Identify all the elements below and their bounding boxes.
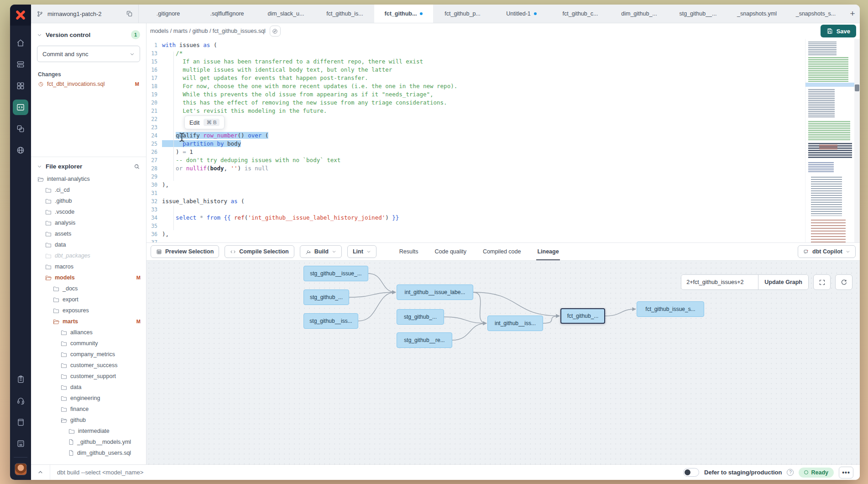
search-icon[interactable] <box>134 163 140 170</box>
tab-dim-github[interactable]: dim_github_... <box>610 5 669 23</box>
build-button[interactable]: Build <box>300 245 342 258</box>
tab-gitignore[interactable]: .gitignore <box>139 5 198 23</box>
result-tab-code-quality[interactable]: Code quality <box>435 243 467 260</box>
code-ide-icon[interactable] <box>13 100 28 115</box>
card-icon[interactable] <box>13 436 28 452</box>
tab-untitled-1[interactable]: Untitled-1 <box>492 5 551 23</box>
editor-scrollbar[interactable] <box>854 39 860 242</box>
book-icon[interactable] <box>13 415 28 430</box>
lineage-node-stg-github-re[interactable]: stg_github__re... <box>397 332 452 348</box>
grid-icon[interactable] <box>13 78 28 94</box>
tree-item-macros[interactable]: macros <box>31 261 146 272</box>
stack-icon[interactable] <box>13 57 28 72</box>
result-tab-results[interactable]: Results <box>399 243 418 260</box>
status-badge[interactable]: Ready <box>799 468 834 478</box>
lineage-node-fct-github-issue-s[interactable]: fct_github_issue_s... <box>637 301 704 317</box>
dbt-copilot-button[interactable]: dbt Copilot <box>798 245 856 258</box>
fullscreen-button[interactable] <box>813 274 831 290</box>
tab-fct-github-is[interactable]: fct_github_is... <box>315 5 374 23</box>
tab-stg-github[interactable]: stg_github__... <box>669 5 727 23</box>
tree-item-customer-support[interactable]: customer_support <box>31 371 146 382</box>
new-tab-button[interactable]: + <box>845 5 860 23</box>
tree-item-intermediate[interactable]: intermediate <box>31 426 146 437</box>
tree-item-dim-github-users-sql[interactable]: dim_github_users.sql <box>31 447 146 458</box>
branch-selector[interactable]: mirnawong1-patch-2 <box>31 5 139 23</box>
left-panel: Version control 1 Commit and sync Change… <box>31 23 146 464</box>
tree-item-analysis[interactable]: analysis <box>31 217 146 228</box>
copy-branch-icon[interactable] <box>126 11 133 17</box>
tree-item-data[interactable]: data <box>31 382 146 393</box>
tab-sqlfluffignore[interactable]: .sqlfluffignore <box>198 5 256 23</box>
save-button-label: Save <box>837 28 850 35</box>
edit-tooltip[interactable]: Edit ⌘ B <box>184 116 225 129</box>
result-tab-lineage[interactable]: Lineage <box>537 243 559 260</box>
tree-item-community[interactable]: community <box>31 338 146 349</box>
version-control-header[interactable]: Version control 1 <box>31 23 146 44</box>
globe-icon[interactable] <box>13 142 28 158</box>
tree-item-docs[interactable]: _docs <box>31 283 146 294</box>
tree-item-data[interactable]: data <box>31 239 146 250</box>
tree-item-ci-cd[interactable]: .ci_cd <box>31 184 146 195</box>
tab-bar: mirnawong1-patch-2 .gitignore.sqlfluffig… <box>31 5 860 23</box>
result-tab-compiled-code[interactable]: Compiled code <box>483 243 521 260</box>
help-icon[interactable]: ? <box>787 469 794 476</box>
lineage-node-int-github-issue-labe[interactable]: int_github__issue_labe... <box>397 284 473 300</box>
headset-icon[interactable] <box>13 393 28 409</box>
tree-item-dbt-packages[interactable]: dbt_packages <box>31 250 146 261</box>
lint-button[interactable]: Lint <box>347 245 376 258</box>
code-editor[interactable]: 1with issues as (13 /*15 If an issue has… <box>146 39 860 242</box>
tree-item-finance[interactable]: finance <box>31 404 146 415</box>
commit-and-sync-button[interactable]: Commit and sync <box>37 46 140 62</box>
tree-item-customer-success[interactable]: customer_success <box>31 360 146 371</box>
lineage-node-stg-github-iss[interactable]: stg_github__iss... <box>303 313 358 329</box>
changed-file-row[interactable]: fct_dbt_invocations.sql M <box>31 79 146 89</box>
tree-item-github-models-yml[interactable]: _github__models.yml <box>31 437 146 447</box>
tree-item-github[interactable]: github <box>31 415 146 426</box>
refresh-button[interactable] <box>835 274 852 290</box>
tab-dim-slack-u[interactable]: dim_slack_u... <box>256 5 315 23</box>
overflow-menu-button[interactable]: ••• <box>839 467 853 479</box>
home-icon[interactable] <box>13 35 28 51</box>
tree-item-export[interactable]: export <box>31 294 146 305</box>
lineage-selector-input[interactable] <box>681 275 758 289</box>
tab-snapshots-s[interactable]: _snapshots_s... <box>786 5 845 23</box>
save-button[interactable]: Save <box>821 25 856 37</box>
preview-selection-button[interactable]: Preview Selection <box>151 245 219 258</box>
rail-divider <box>14 457 27 458</box>
clipboard-icon[interactable] <box>13 372 28 387</box>
tree-item-alliances[interactable]: alliances <box>31 327 146 338</box>
user-avatar[interactable] <box>15 463 27 475</box>
defer-toggle[interactable] <box>683 468 699 477</box>
lineage-node-stg-github-issue[interactable]: stg_github__issue_... <box>303 266 368 281</box>
tree-item-label: _github__models.yml <box>77 439 131 445</box>
scrollbar-thumb[interactable] <box>855 84 859 91</box>
line-number: 21 <box>146 107 157 115</box>
dbt-logo-icon[interactable] <box>10 5 31 26</box>
lineage-node-int-github-iss[interactable]: int_github__iss... <box>487 316 543 331</box>
tab-snapshots-yml[interactable]: _snapshots.yml <box>727 5 786 23</box>
tab-fct-github-c[interactable]: fct_github_c... <box>551 5 610 23</box>
tree-item-exposures[interactable]: exposures <box>31 305 146 316</box>
tree-item-models[interactable]: modelsM <box>31 272 146 283</box>
command-input[interactable]: dbt build --select <model_name> <box>57 469 143 476</box>
open-docs-compass-button[interactable] <box>270 26 281 37</box>
tree-item-engineering[interactable]: engineering <box>31 393 146 404</box>
tree-item-assets[interactable]: assets <box>31 228 146 239</box>
compile-selection-button[interactable]: Compile Selection <box>225 245 294 258</box>
lineage-node-stg-github[interactable]: stg_github_... <box>303 289 349 305</box>
expand-terminal-button[interactable] <box>31 465 50 480</box>
lineage-node-stg-github[interactable]: stg_github_... <box>397 309 444 325</box>
tree-item-github[interactable]: .github <box>31 195 146 206</box>
lineage-node-selected-fct-github[interactable]: fct_github_... <box>560 308 605 324</box>
tree-item-internal-analytics[interactable]: internal-analytics <box>31 174 146 184</box>
tree-item-company-metrics[interactable]: company_metrics <box>31 349 146 360</box>
tree-item-vscode[interactable]: .vscode <box>31 206 146 217</box>
code-line-1: 1with issues as ( <box>146 41 860 49</box>
compare-icon[interactable] <box>13 121 28 137</box>
tab-fct-github[interactable]: fct_github... <box>374 5 433 23</box>
minimap[interactable] <box>805 39 854 242</box>
tab-fct-github-p[interactable]: fct_github_p... <box>433 5 492 23</box>
file-explorer-header[interactable]: File explorer <box>31 157 146 174</box>
update-graph-button[interactable]: Update Graph <box>758 275 808 289</box>
tree-item-marts[interactable]: martsM <box>31 316 146 327</box>
